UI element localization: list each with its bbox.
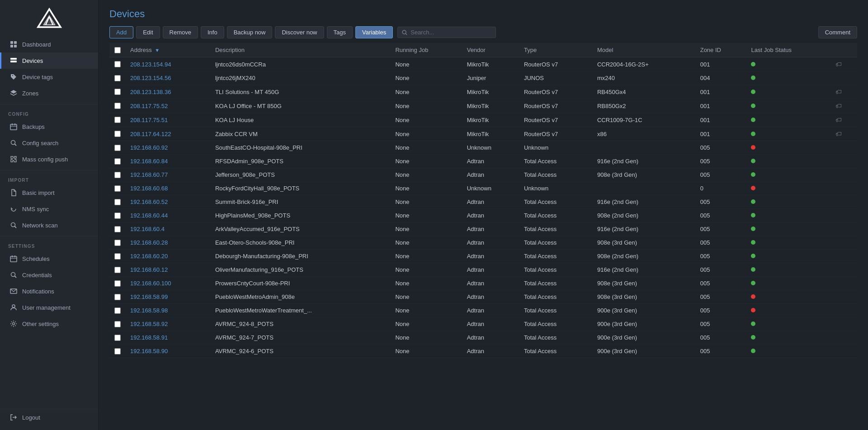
status-dot bbox=[751, 199, 755, 204]
row-address[interactable]: 208.123.154.94 bbox=[126, 57, 211, 71]
sidebar-item-devices[interactable]: Devices bbox=[0, 52, 98, 69]
search-input[interactable] bbox=[410, 29, 492, 36]
row-checkbox[interactable] bbox=[114, 213, 121, 219]
table-row: 192.168.60.20 Debourgh-Manufacturing-908… bbox=[109, 250, 857, 263]
row-address[interactable]: 192.168.60.100 bbox=[126, 277, 211, 290]
row-checkbox[interactable] bbox=[114, 307, 121, 314]
row-checkbox[interactable] bbox=[114, 226, 121, 232]
status-dot bbox=[751, 62, 755, 66]
row-description: KOA LJ Office - MT 850G bbox=[211, 99, 391, 113]
file-icon bbox=[9, 189, 18, 197]
row-checkbox-cell bbox=[109, 250, 126, 263]
row-checkbox[interactable] bbox=[114, 145, 121, 151]
sidebar-item-credentials[interactable]: Credentials bbox=[0, 267, 98, 283]
variables-button[interactable]: Variables bbox=[355, 26, 393, 38]
row-checkbox[interactable] bbox=[114, 103, 121, 109]
sidebar-item-mass-config-push[interactable]: Mass config push bbox=[0, 151, 98, 167]
sidebar-item-user-management[interactable]: User management bbox=[0, 299, 98, 316]
sidebar-item-config-search[interactable]: Config search bbox=[0, 135, 98, 151]
row-address[interactable]: 208.123.154.56 bbox=[126, 71, 211, 85]
tags-button[interactable]: Tags bbox=[327, 26, 353, 38]
section-label-settings: SETTINGS bbox=[0, 239, 98, 250]
th-type: Type bbox=[519, 43, 593, 57]
sidebar-item-other-settings[interactable]: Other settings bbox=[0, 316, 98, 332]
sidebar-item-basic-import[interactable]: Basic import bbox=[0, 184, 98, 201]
row-address[interactable]: 192.168.58.99 bbox=[126, 290, 211, 304]
row-checkbox[interactable] bbox=[114, 240, 121, 246]
row-checkbox[interactable] bbox=[114, 89, 121, 95]
row-address[interactable]: 192.168.60.77 bbox=[126, 168, 211, 182]
tag-icon[interactable]: 🏷 bbox=[835, 116, 842, 123]
edit-button[interactable]: Edit bbox=[136, 26, 160, 38]
sidebar-item-notifications[interactable]: Notifications bbox=[0, 283, 98, 299]
row-address[interactable]: 192.168.58.90 bbox=[126, 345, 211, 358]
tag-icon[interactable]: 🏷 bbox=[835, 102, 842, 109]
row-checkbox[interactable] bbox=[114, 61, 121, 67]
row-vendor: Adtran bbox=[462, 155, 519, 168]
row-checkbox[interactable] bbox=[114, 131, 121, 137]
sidebar-item-zones[interactable]: Zones bbox=[0, 85, 98, 101]
sidebar-item-backups[interactable]: Backups bbox=[0, 118, 98, 135]
row-checkbox[interactable] bbox=[114, 280, 121, 287]
row-address[interactable]: 192.168.60.28 bbox=[126, 236, 211, 250]
row-checkbox[interactable] bbox=[114, 117, 121, 123]
select-all-checkbox[interactable] bbox=[114, 47, 121, 53]
comment-button[interactable]: Comment bbox=[818, 26, 857, 38]
row-address[interactable]: 208.117.64.122 bbox=[126, 127, 211, 141]
sidebar-item-device-tags[interactable]: Device tags bbox=[0, 69, 98, 85]
table-row: 208.123.154.94 ljntco26ds0mCCRa None Mik… bbox=[109, 57, 857, 71]
row-checkbox[interactable] bbox=[114, 253, 121, 260]
row-type: JUNOS bbox=[519, 71, 593, 85]
status-dot bbox=[751, 159, 755, 163]
row-address[interactable]: 192.168.60.68 bbox=[126, 182, 211, 195]
tag-icon[interactable]: 🏷 bbox=[835, 61, 842, 68]
tag-icon[interactable]: 🏷 bbox=[835, 88, 842, 95]
row-status bbox=[746, 236, 831, 250]
row-checkbox[interactable] bbox=[114, 199, 121, 205]
row-address[interactable]: 192.168.60.12 bbox=[126, 263, 211, 277]
row-checkbox[interactable] bbox=[114, 185, 121, 192]
row-address[interactable]: 208.123.138.36 bbox=[126, 85, 211, 99]
row-address[interactable]: 192.168.58.98 bbox=[126, 304, 211, 317]
backup-now-button[interactable]: Backup now bbox=[227, 26, 273, 38]
sidebar-item-network-scan[interactable]: Network scan bbox=[0, 217, 98, 233]
th-address[interactable]: Address ▼ bbox=[126, 43, 211, 57]
row-address[interactable]: 208.117.75.52 bbox=[126, 99, 211, 113]
add-button[interactable]: Add bbox=[109, 26, 133, 38]
row-checkbox-cell bbox=[109, 277, 126, 290]
row-checkbox[interactable] bbox=[114, 75, 121, 81]
info-button[interactable]: Info bbox=[201, 26, 224, 38]
row-address[interactable]: 192.168.60.84 bbox=[126, 155, 211, 168]
row-address[interactable]: 192.168.60.4 bbox=[126, 222, 211, 236]
mail-icon bbox=[9, 287, 18, 295]
table-row: 192.168.60.84 RFSDAdmin_908e_POTS None A… bbox=[109, 155, 857, 168]
row-address[interactable]: 192.168.60.20 bbox=[126, 250, 211, 263]
remove-button[interactable]: Remove bbox=[163, 26, 198, 38]
row-checkbox[interactable] bbox=[114, 321, 121, 327]
row-checkbox[interactable] bbox=[114, 348, 121, 354]
row-checkbox-cell bbox=[109, 317, 126, 331]
tag-icon[interactable]: 🏷 bbox=[835, 130, 842, 137]
row-tag-cell: 🏷 bbox=[831, 85, 857, 99]
row-checkbox[interactable] bbox=[114, 294, 121, 300]
row-address[interactable]: 192.168.60.44 bbox=[126, 209, 211, 222]
row-address[interactable]: 192.168.60.92 bbox=[126, 141, 211, 155]
row-checkbox[interactable] bbox=[114, 158, 121, 165]
row-address[interactable]: 192.168.58.91 bbox=[126, 331, 211, 345]
row-running-job: None bbox=[391, 250, 462, 263]
row-checkbox[interactable] bbox=[114, 267, 121, 273]
sidebar-item-nms-sync[interactable]: NMS sync bbox=[0, 201, 98, 217]
sidebar-item-schedules[interactable]: Schedules bbox=[0, 250, 98, 267]
discover-now-button[interactable]: Discover now bbox=[275, 26, 324, 38]
row-address[interactable]: 192.168.58.92 bbox=[126, 317, 211, 331]
row-tag-cell bbox=[831, 195, 857, 209]
svg-point-12 bbox=[15, 61, 16, 62]
logout-button[interactable]: Logout bbox=[0, 409, 98, 425]
status-dot bbox=[751, 145, 755, 150]
sidebar-item-dashboard[interactable]: Dashboard bbox=[0, 36, 98, 52]
row-address[interactable]: 192.168.60.52 bbox=[126, 195, 211, 209]
row-checkbox[interactable] bbox=[114, 172, 121, 178]
row-address[interactable]: 208.117.75.51 bbox=[126, 113, 211, 127]
status-dot bbox=[751, 172, 755, 177]
row-checkbox[interactable] bbox=[114, 335, 121, 341]
